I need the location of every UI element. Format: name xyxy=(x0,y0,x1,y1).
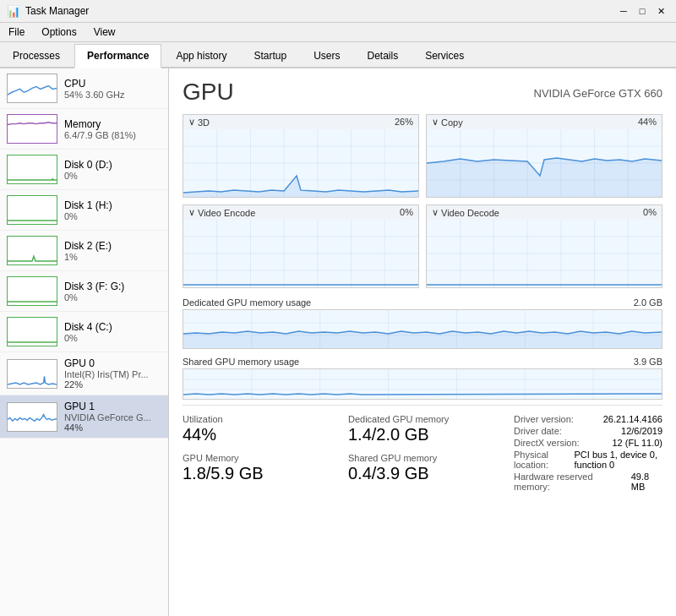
chevron-down-icon-copy: ∨ xyxy=(432,117,439,128)
disk3-sub: 0% xyxy=(64,292,161,303)
chart-3d-header: ∨ 3D 26% xyxy=(183,115,418,129)
disk0-name: Disk 0 (D:) xyxy=(64,159,161,171)
memory-mini-chart xyxy=(7,114,57,144)
chart-encode-header: ∨ Video Encode 0% xyxy=(183,205,418,220)
sidebar-item-disk0[interactable]: Disk 0 (D:) 0% xyxy=(0,150,168,190)
chart-encode-label: Video Encode xyxy=(198,208,255,218)
chart-copy: ∨ Copy 44% xyxy=(426,114,662,198)
gpu1-sub: NVIDIA GeForce G... xyxy=(64,412,161,422)
gpu0-pct: 22% xyxy=(64,379,161,390)
disk1-name: Disk 1 (H:) xyxy=(64,199,161,211)
disk4-mini-chart xyxy=(7,317,57,346)
chart-encode-area xyxy=(183,220,418,287)
chart-encode-pct: 0% xyxy=(400,207,413,218)
sidebar-item-disk3[interactable]: Disk 3 (F: G:) 0% xyxy=(0,271,168,312)
menu-file[interactable]: File xyxy=(3,25,30,40)
disk2-name: Disk 2 (E:) xyxy=(64,240,161,252)
dedicated-mem-section: Dedicated GPU memory usage 2.0 GB xyxy=(183,295,662,349)
sidebar-item-disk2[interactable]: Disk 2 (E:) 1% xyxy=(0,231,168,271)
sidebar-item-disk1[interactable]: Disk 1 (H:) 0% xyxy=(0,190,168,231)
mid-charts-grid: ∨ Video Encode 0% xyxy=(183,204,662,288)
chart-3d-label: 3D xyxy=(198,117,210,128)
gpu-mem-value: 1.8/5.9 GB xyxy=(183,463,331,483)
disk2-sub: 1% xyxy=(64,252,161,262)
gpu-mem-label: GPU Memory xyxy=(183,453,331,463)
driver-date-label: Driver date: xyxy=(514,426,562,436)
sidebar: CPU 54% 3.60 GHz Memory 6.4/7.9 GB (81%) xyxy=(0,68,169,616)
stat-driver-group: Driver version: 26.21.14.4166 Driver dat… xyxy=(514,414,662,492)
tab-services[interactable]: Services xyxy=(412,44,477,67)
gpu-title: GPU xyxy=(183,79,234,106)
sidebar-item-gpu0[interactable]: GPU 0 Intel(R) Iris(TM) Pr... 22% xyxy=(0,352,168,395)
cpu-sub: 54% 3.60 GHz xyxy=(64,90,161,100)
gpu0-mini-chart xyxy=(7,359,57,389)
disk0-sub: 0% xyxy=(64,171,161,181)
shared-mem-chart xyxy=(183,368,662,400)
main-layout: CPU 54% 3.60 GHz Memory 6.4/7.9 GB (81%) xyxy=(0,68,676,616)
shared-mem-stat-label: Shared GPU memory xyxy=(348,453,497,463)
stats-section: Utilization 44% GPU Memory 1.8/5.9 GB De… xyxy=(183,405,662,492)
disk4-sub: 0% xyxy=(64,333,161,343)
disk0-mini-chart xyxy=(7,155,57,184)
directx-label: DirectX version: xyxy=(514,438,580,448)
sidebar-item-memory[interactable]: Memory 6.4/7.9 GB (81%) xyxy=(0,109,168,150)
cpu-mini-chart xyxy=(7,74,57,103)
chart-3d-area xyxy=(183,129,418,197)
gpu1-pct: 44% xyxy=(64,422,161,433)
chart-3d: ∨ 3D 26% xyxy=(183,114,419,198)
sidebar-item-disk4[interactable]: Disk 4 (C:) 0% xyxy=(0,312,168,352)
driver-date-value: 12/6/2019 xyxy=(621,426,662,436)
disk1-sub: 0% xyxy=(64,211,161,221)
driver-version-value: 26.21.14.4166 xyxy=(603,414,662,424)
chevron-down-icon-decode: ∨ xyxy=(432,207,439,218)
tab-startup[interactable]: Startup xyxy=(241,44,299,67)
tab-performance[interactable]: Performance xyxy=(74,44,161,68)
content-area: GPU NVIDIA GeForce GTX 660 ∨ 3D 26% xyxy=(169,68,676,616)
chart-copy-area xyxy=(427,129,662,197)
chart-decode-area xyxy=(427,220,662,287)
chart-decode-label: Video Decode xyxy=(441,208,499,218)
window-icon: 📊 xyxy=(7,5,20,18)
title-bar: 📊 Task Manager ─ □ ✕ xyxy=(0,0,676,23)
chart-decode-header: ∨ Video Decode 0% xyxy=(427,205,662,220)
gpu1-mini-chart xyxy=(7,402,57,432)
gpu0-name: GPU 0 xyxy=(64,357,161,369)
menu-options[interactable]: Options xyxy=(36,25,81,40)
sidebar-item-cpu[interactable]: CPU 54% 3.60 GHz xyxy=(0,68,168,109)
pci-value: PCI bus 1, device 0, function 0 xyxy=(575,450,662,470)
chart-copy-label: Copy xyxy=(441,117,463,128)
menu-view[interactable]: View xyxy=(89,25,121,40)
dedicated-mem-label: Dedicated GPU memory usage xyxy=(183,297,311,308)
chart-copy-header: ∨ Copy 44% xyxy=(427,115,662,129)
tab-app-history[interactable]: App history xyxy=(163,44,239,67)
tab-users[interactable]: Users xyxy=(301,44,352,67)
minimize-button[interactable]: ─ xyxy=(615,3,632,19)
driver-version-label: Driver version: xyxy=(514,414,574,424)
chevron-down-icon-encode: ∨ xyxy=(188,207,195,218)
dedicated-mem-label-row: Dedicated GPU memory usage 2.0 GB xyxy=(183,295,662,309)
sidebar-item-gpu1[interactable]: GPU 1 NVIDIA GeForce G... 44% xyxy=(0,395,168,439)
utilization-label: Utilization xyxy=(183,414,331,424)
close-button[interactable]: ✕ xyxy=(652,3,669,19)
pci-label: Physical location: xyxy=(514,450,564,470)
disk3-name: Disk 3 (F: G:) xyxy=(64,281,161,292)
svg-marker-19 xyxy=(427,158,662,197)
disk1-mini-chart xyxy=(7,195,57,225)
dedicated-mem-stat-value: 1.4/2.0 GB xyxy=(348,424,497,444)
maximize-button[interactable]: □ xyxy=(634,3,651,19)
hw-reserved-label: Hardware reserved memory: xyxy=(514,472,621,492)
tab-processes[interactable]: Processes xyxy=(0,44,73,67)
gpu-model: NVIDIA GeForce GTX 660 xyxy=(534,79,662,100)
hw-reserved-value: 49.8 MB xyxy=(631,472,662,492)
shared-mem-label-row: Shared GPU memory usage 3.9 GB xyxy=(183,354,662,368)
shared-mem-stat-value: 0.4/3.9 GB xyxy=(348,463,497,483)
chart-video-encode: ∨ Video Encode 0% xyxy=(183,204,419,288)
dedicated-mem-stat-label: Dedicated GPU memory xyxy=(348,414,497,424)
menu-bar: File Options View xyxy=(0,23,676,42)
chart-3d-pct: 26% xyxy=(395,117,413,128)
chart-video-decode: ∨ Video Decode 0% xyxy=(426,204,662,288)
tab-details[interactable]: Details xyxy=(354,44,411,67)
gpu1-name: GPU 1 xyxy=(64,401,161,412)
chart-copy-pct: 44% xyxy=(638,117,657,128)
tab-bar: Processes Performance App history Startu… xyxy=(0,42,676,68)
